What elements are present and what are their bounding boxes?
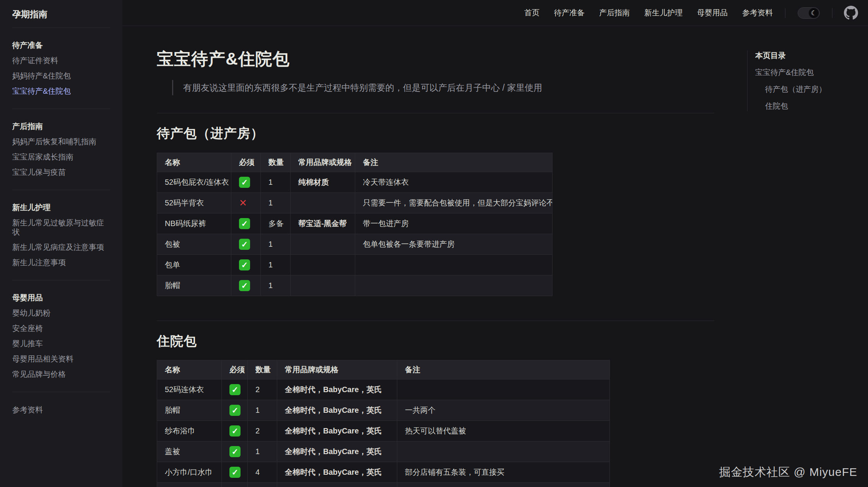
table-row: 52码半背衣✕1只需要一件，需要配合包被使用，但是大部分宝妈评论不实用 [157,192,553,213]
cell-text: 多备 [268,219,284,228]
cell-text: 全棉时代，BabyCare，英氏 [285,385,382,394]
column-header: 常用品牌或规格 [277,360,397,379]
column-header: 必须 [222,360,248,379]
table-cell: 只需要一件，需要配合包被使用，但是大部分宝妈评论不实用 [355,192,553,213]
sidebar-section-title: 母婴用品 [12,290,110,305]
cell-text: 纱布浴巾 [165,427,195,435]
main-content: 宝宝待产&住院包 有朋友说这里面的东西很多不是生产过程中特别需要的，但是可以产后… [157,26,714,487]
table-cell: 全棉时代，BabyCare，英氏 [277,420,397,441]
cell-text: 包单 [165,261,180,269]
cell-text: 纯棉材质 [298,178,329,186]
sidebar-section: 产后指南妈妈产后恢复和哺乳指南宝宝居家成长指南宝宝儿保与疫苗 [12,119,110,180]
table-cell: ✓ [222,379,248,400]
nav-link[interactable]: 待产准备 [554,8,585,18]
table-row: 小方巾/口水巾✓4全棉时代，BabyCare，英氏部分店铺有五条装，可直接买 [157,462,610,482]
table-cell [291,192,355,213]
table-row: 52码包屁衣/连体衣✓1纯棉材质冷天带连体衣 [157,172,553,192]
table-cell: ✓ [231,254,261,275]
table-cell [355,275,553,296]
check-icon: ✓ [229,384,241,395]
sidebar-item[interactable]: 参考资料 [12,402,110,417]
cell-text: 2 [255,427,260,435]
nav-link[interactable]: 参考资料 [742,8,773,18]
sidebar-item[interactable]: 婴幼儿奶粉 [12,305,110,321]
nav-link[interactable]: 新生儿护理 [644,8,683,18]
sidebar-item[interactable]: 待产证件资料 [12,53,110,68]
table-cell: 1 [261,192,291,213]
github-link[interactable] [844,6,858,20]
nav-link[interactable]: 产后指南 [599,8,630,18]
table-cell: 4 [248,462,277,482]
sidebar-section: 待产准备待产证件资料妈妈待产&住院包宝宝待产&住院包 [12,38,110,99]
toc-item[interactable]: 住院包 [755,101,862,111]
cell-text: 热天可以替代盖被 [405,427,466,435]
sidebar-item[interactable]: 宝宝儿保与疫苗 [12,165,110,180]
sidebar-item[interactable]: 妈妈产后恢复和哺乳指南 [12,134,110,149]
nav-link[interactable]: 首页 [524,8,540,18]
check-icon: ✓ [239,218,250,229]
sidebar-item[interactable]: 安全座椅 [12,321,110,336]
cell-text: 1 [268,178,273,186]
cell-text: NB码纸尿裤 [165,219,206,228]
cell-text: 1 [268,261,273,269]
site-title[interactable]: 孕期指南 [12,0,110,28]
toc-item[interactable]: 待产包（进产房） [755,84,862,94]
table-cell: 包单包被各一条要带进产房 [355,234,553,254]
table-cell: ✓ [222,420,248,441]
theme-toggle[interactable]: ☾ [798,7,820,19]
table-cell: 纱布浴巾 [157,420,222,441]
table-cell: 全棉时代，BabyCare，英氏 [277,462,397,482]
sidebar-section-title: 产后指南 [12,119,110,134]
table-row: 胎帽✓1全棉时代，BabyCare，英氏一共两个 [157,400,610,420]
column-header: 必须 [231,153,261,172]
table-cell: 1 [261,234,291,254]
cell-text: 4 [255,468,260,476]
sidebar-item[interactable]: 婴儿推车 [12,336,110,351]
navbar-divider [785,8,785,18]
sidebar-divider [12,392,110,392]
table-cell [291,234,355,254]
table-cell: 一共两个 [397,400,610,420]
table-row: 胎帽✓1 [157,275,553,296]
table-row: NB码纸尿裤✓多备帮宝适-黑金帮带一包进产房 [157,213,553,234]
column-header: 备注 [397,360,610,379]
sidebar-item[interactable]: 新生儿注意事项 [12,255,110,270]
table-cell: 热天可以替代盖被 [397,420,610,441]
cell-text: 全棉时代，BabyCare，英氏 [285,406,382,414]
table-cell: 包单 [157,254,231,275]
cell-text: 一共两个 [405,406,436,414]
sidebar-section-title: 待产准备 [12,38,110,53]
table-cell: 部分店铺有五条装，可直接买 [397,462,610,482]
sidebar-item[interactable]: 新生儿常见过敏原与过敏症状 [12,215,110,239]
cell-text: 52码包屁衣/连体衣 [165,178,229,186]
sidebar-item[interactable]: 宝宝待产&住院包 [12,83,110,99]
check-icon: ✓ [229,446,241,457]
cell-text: 全棉时代，BabyCare，英氏 [285,447,382,456]
check-icon: ✓ [239,259,250,270]
table-cell [291,254,355,275]
table-cell: 纯棉材质 [291,172,355,192]
cell-text: 包单包被各一条要带进产房 [363,240,455,248]
nav-link[interactable]: 母婴用品 [697,8,728,18]
page-title: 宝宝待产&住院包 [157,49,714,69]
sidebar-item[interactable]: 母婴用品相关资料 [12,351,110,366]
cell-text: 52码半背衣 [165,199,204,207]
check-icon: ✓ [229,405,241,416]
table-cell: 带一包进产房 [355,213,553,234]
watermark: 掘金技术社区 @ MiyueFE [719,464,857,480]
sidebar-item[interactable]: 新生儿常见病症及注意事项 [12,239,110,255]
column-header: 常用品牌或规格 [291,153,355,172]
table-cell: 冷天带连体衣 [355,172,553,192]
sidebar-item[interactable]: 妈妈待产&住院包 [12,68,110,83]
table-row: 袜子◯2纯棉材质新生宝宝脚不需要袜子，但是可以带一双，防小朋友抓脸，给戴在手上 [157,482,610,487]
table-cell: 新生宝宝脚不需要袜子，但是可以带一双，防小朋友抓脸，给戴在手上 [397,482,610,487]
toc-item[interactable]: 宝宝待产&住院包 [755,67,862,78]
table-cell: 全棉时代，BabyCare，英氏 [277,441,397,462]
cell-text: 小方巾/口水巾 [165,468,213,476]
cell-text: 1 [255,447,260,456]
sidebar-item[interactable]: 常见品牌与价格 [12,366,110,382]
column-header: 名称 [157,360,222,379]
column-header: 数量 [261,153,291,172]
sidebar-item[interactable]: 宝宝居家成长指南 [12,149,110,165]
cell-text: 胎帽 [165,281,180,290]
